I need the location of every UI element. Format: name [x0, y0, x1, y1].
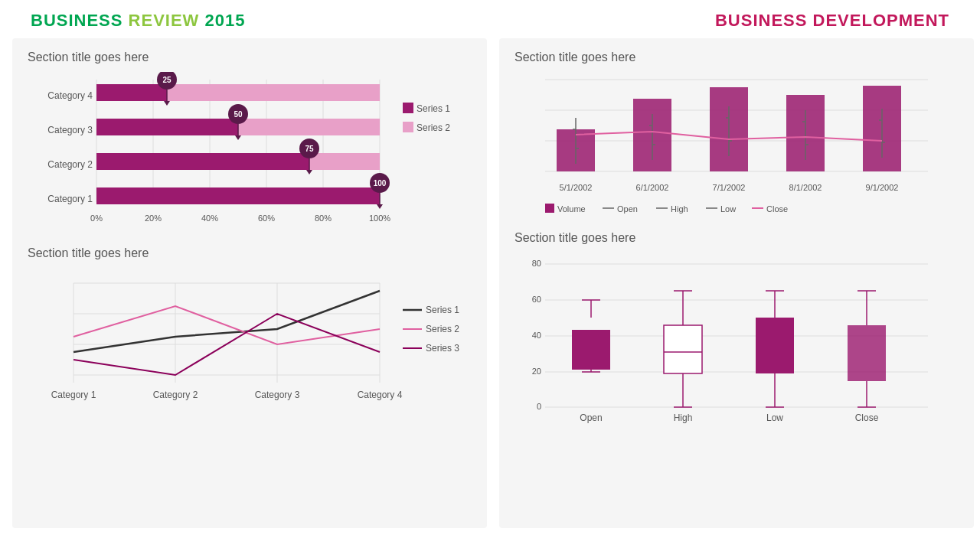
- svg-text:80%: 80%: [315, 214, 332, 223]
- svg-text:25: 25: [162, 76, 172, 84]
- svg-marker-32: [377, 204, 383, 209]
- svg-text:Category 3: Category 3: [255, 390, 300, 400]
- svg-text:Category 1: Category 1: [47, 194, 93, 204]
- svg-text:Category 4: Category 4: [358, 390, 403, 400]
- svg-rect-39: [403, 103, 413, 113]
- box-plot-title: Section title goes here: [514, 231, 959, 245]
- line-chart-section: Section title goes here Catego: [28, 246, 472, 447]
- svg-text:Low: Low: [766, 412, 783, 423]
- svg-marker-26: [306, 170, 312, 174]
- svg-rect-114: [572, 330, 610, 370]
- svg-text:Series 1: Series 1: [426, 305, 459, 315]
- svg-text:80: 80: [532, 259, 541, 268]
- header-review: REVIEW: [122, 11, 199, 30]
- svg-text:Series 3: Series 3: [426, 343, 459, 354]
- svg-rect-41: [403, 122, 413, 132]
- svg-text:High: High: [674, 412, 693, 423]
- stock-chart-svg: 5/1/2002 6/1/2002 7/1/2002 8/1/2002 9/1/…: [514, 72, 959, 225]
- svg-text:9/1/2002: 9/1/2002: [866, 183, 899, 192]
- svg-text:Category 2: Category 2: [47, 159, 93, 170]
- line-chart-svg: Category 1 Category 2 Category 3 Categor…: [28, 268, 472, 444]
- svg-text:100%: 100%: [369, 214, 390, 223]
- svg-text:Category 2: Category 2: [153, 390, 198, 400]
- right-panel: Section title goes here: [499, 38, 974, 528]
- svg-rect-119: [664, 325, 702, 373]
- stock-chart-title: Section title goes here: [514, 51, 959, 64]
- svg-text:Category 4: Category 4: [47, 90, 93, 101]
- stock-chart-section: Section title goes here: [514, 51, 959, 228]
- svg-rect-15: [96, 119, 238, 135]
- svg-text:Open: Open: [580, 412, 602, 423]
- svg-text:7/1/2002: 7/1/2002: [713, 183, 746, 192]
- svg-text:40%: 40%: [201, 214, 218, 223]
- line-chart-title: Section title goes here: [28, 246, 472, 260]
- bar-chart-title: Section title goes here: [28, 51, 472, 64]
- svg-text:Category 3: Category 3: [47, 125, 93, 135]
- svg-text:8/1/2002: 8/1/2002: [789, 183, 822, 192]
- svg-text:0%: 0%: [90, 214, 103, 223]
- main-content: Section title goes here Category 4: [0, 38, 980, 537]
- svg-text:60: 60: [532, 295, 541, 304]
- svg-text:Series 2: Series 2: [426, 324, 459, 334]
- svg-text:50: 50: [234, 110, 243, 119]
- svg-text:Series 2: Series 2: [416, 122, 450, 133]
- box-plot-svg: 80 60 40 20 0: [514, 253, 959, 429]
- svg-text:60%: 60%: [258, 214, 275, 223]
- header-title-right: BUSINESS DEVELOPMENT: [715, 11, 949, 31]
- svg-text:Low: Low: [720, 204, 736, 214]
- bar-chart-section: Section title goes here Category 4: [28, 51, 472, 243]
- svg-text:Volume: Volume: [557, 204, 586, 214]
- svg-text:Close: Close: [855, 412, 879, 423]
- left-panel: Section title goes here Category 4: [12, 38, 487, 528]
- svg-text:20: 20: [532, 367, 541, 376]
- svg-text:Category 1: Category 1: [51, 390, 96, 400]
- svg-rect-28: [96, 187, 380, 204]
- svg-rect-8: [96, 84, 167, 101]
- svg-text:20%: 20%: [145, 214, 162, 223]
- svg-text:Series 1: Series 1: [416, 103, 450, 114]
- header-year: 2015: [199, 11, 245, 30]
- svg-rect-125: [756, 318, 794, 373]
- svg-text:6/1/2002: 6/1/2002: [636, 183, 669, 192]
- svg-text:Open: Open: [617, 204, 638, 214]
- bar-chart-svg: Category 4 25 Category 3 50: [28, 72, 472, 240]
- svg-text:Close: Close: [766, 204, 788, 214]
- svg-text:0: 0: [537, 402, 541, 411]
- header-title-left: BUSINESS REVIEW 2015: [31, 11, 245, 31]
- header-business: BUSINESS: [31, 11, 122, 30]
- svg-text:100: 100: [374, 179, 387, 187]
- svg-text:5/1/2002: 5/1/2002: [560, 183, 593, 192]
- svg-text:High: High: [671, 204, 688, 214]
- box-plot-section: Section title goes here 80 60 40 20 0: [514, 231, 959, 432]
- svg-text:40: 40: [532, 331, 541, 340]
- svg-marker-19: [235, 135, 241, 140]
- svg-rect-130: [848, 325, 886, 381]
- svg-rect-22: [96, 153, 309, 170]
- page-header: BUSINESS REVIEW 2015 BUSINESS DEVELOPMEN…: [0, 0, 980, 38]
- svg-text:75: 75: [305, 145, 314, 153]
- svg-rect-90: [545, 204, 554, 213]
- svg-marker-12: [164, 101, 170, 106]
